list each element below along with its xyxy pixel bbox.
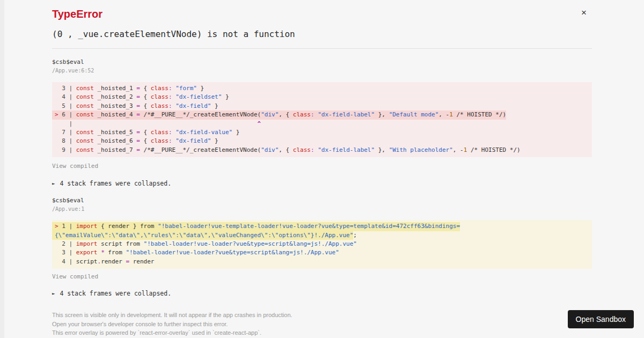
error-message: (0 , _vue.createElementVNode) is not a f… — [52, 29, 592, 40]
stack-collapse-toggle[interactable]: ►4 stack frames were collapsed. — [52, 180, 171, 188]
page-edge — [0, 0, 4, 338]
code-line: 3 | const _hoisted_1 = { class: "form" } — [52, 84, 592, 93]
frame-function-name: $csb$eval — [52, 58, 592, 66]
code-frame-yellow: > 1 | import { render } from "!babel-loa… — [52, 220, 592, 269]
code-line: 7 | const _hoisted_5 = { class: "dx-fiel… — [52, 128, 592, 137]
code-line: 5 | const _hoisted_3 = { class: "dx-fiel… — [52, 102, 592, 111]
footer-line: This screen is visible only in developme… — [52, 311, 592, 320]
collapse-arrow-icon: ► — [52, 181, 55, 186]
code-line: > 1 | import { render } from "!babel-loa… — [52, 222, 592, 231]
code-line: 8 | const _hoisted_6 = { class: "dx-fiel… — [52, 137, 592, 145]
view-compiled-link[interactable]: View compiled — [52, 273, 98, 281]
open-sandbox-label: Open Sandbox — [576, 315, 626, 324]
code-line: | ^ — [52, 120, 592, 128]
error-title: TypeError — [52, 8, 592, 20]
footer-line: This error overlay is powered by `react-… — [52, 328, 592, 337]
code-line: {\"emailValue\":\"data\",\"rules\":\"dat… — [52, 231, 592, 240]
footer-line: Open your browser's developer console to… — [52, 320, 592, 329]
stack-collapse-toggle[interactable]: ►4 stack frames were collapsed. — [52, 290, 171, 298]
frame-location: /App.vue:1 — [52, 205, 592, 212]
collapse-text: 4 stack frames were collapsed. — [60, 180, 171, 187]
divider — [52, 48, 592, 49]
open-sandbox-button[interactable]: Open Sandbox — [568, 310, 634, 328]
collapse-arrow-icon: ► — [52, 291, 55, 296]
code-frame-red: 3 | const _hoisted_1 = { class: "form" }… — [52, 82, 592, 157]
code-line: > 6 | const _hoisted_4 = /*#__PURE__*/_c… — [52, 111, 592, 119]
frame-function-name: $csb$eval — [52, 197, 592, 204]
error-overlay: TypeError (0 , _vue.createElementVNode) … — [52, 0, 592, 337]
code-line: 3 | export * from "!babel-loader!vue-loa… — [52, 248, 592, 257]
footer-note: This screen is visible only in developme… — [52, 311, 592, 337]
code-line: 9 | const _hoisted_7 = /*#__PURE__*/_cre… — [52, 146, 592, 155]
code-line: 4 | const _hoisted_2 = { class: "dx-fiel… — [52, 93, 592, 101]
frame-location: /App.vue:6:52 — [52, 67, 592, 74]
view-compiled-link[interactable]: View compiled — [52, 163, 98, 170]
collapse-text: 4 stack frames were collapsed. — [60, 290, 171, 297]
code-line: 4 | script.render = render — [52, 258, 592, 266]
code-line: 2 | import script from "!babel-loader!vu… — [52, 240, 592, 248]
